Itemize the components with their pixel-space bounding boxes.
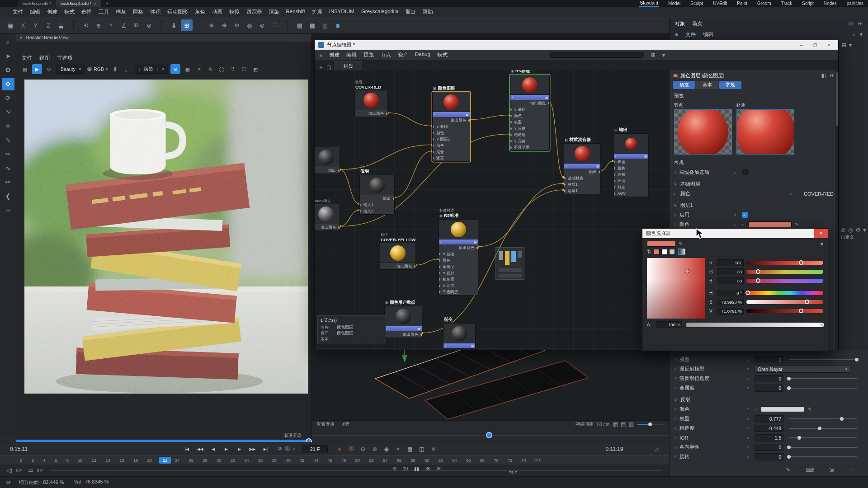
move-icon[interactable]: ✥ <box>2 78 14 90</box>
search-icon[interactable]: ⌕ <box>852 32 855 37</box>
input-port[interactable]: 遮罩1 <box>564 188 600 194</box>
graph-node-material-blender[interactable]: ◧材质混合器▪▦输出基础材质材质1遮罩1 <box>564 143 601 194</box>
output-port[interactable]: 输出 <box>564 169 600 175</box>
dock-icon[interactable]: ⊞ <box>830 73 835 78</box>
mirror-icon[interactable]: ⧉ <box>131 19 142 31</box>
channel-value[interactable]: 181 <box>717 259 744 266</box>
graph-node-color-user-data[interactable]: ◉颜色用户数据▪▦输出颜色 <box>384 306 422 338</box>
goto-start-button[interactable]: |◀ <box>181 445 193 454</box>
redshift-layout-icon[interactable]: ◙ <box>332 19 344 31</box>
node-editor-menu-item[interactable]: 节点 <box>381 52 391 58</box>
magnet-icon[interactable]: ∿ <box>2 162 14 174</box>
frame-number[interactable]: 64 <box>453 458 457 463</box>
output-port[interactable]: 输出颜色 <box>355 110 387 117</box>
snapshot-a-icon[interactable]: ✳ <box>194 64 204 74</box>
dropdown[interactable]: Oren-Nayar▾ <box>755 365 850 373</box>
axis-y-button[interactable]: Y <box>30 19 42 31</box>
input-port[interactable]: ∨ 基础 <box>433 123 470 130</box>
node-editor-menu-item[interactable]: 预览 <box>363 52 374 58</box>
channel-value[interactable]: 78.9928 % <box>717 299 744 305</box>
frame-number[interactable]: 72 <box>508 458 512 463</box>
graph-node-texture-black[interactable]: 输出 <box>315 147 340 174</box>
panel-split-icon[interactable]: ⊟ <box>842 42 846 48</box>
slider-handle[interactable] <box>756 278 760 283</box>
saturation-value-square[interactable] <box>647 258 705 319</box>
input-port[interactable]: 体积 <box>614 171 648 178</box>
frame-number[interactable]: 20 <box>147 458 152 463</box>
input-port[interactable]: 基础材质 <box>564 175 600 181</box>
frame-number[interactable]: 50 <box>355 458 360 463</box>
input-port[interactable]: 颜色 <box>510 113 549 119</box>
mode-tab-sculpt[interactable]: Sculpt <box>689 0 704 7</box>
value-field[interactable]: 0 <box>755 375 783 382</box>
frame-number[interactable]: 60 <box>425 458 429 463</box>
menu-item[interactable]: Redshift <box>286 9 305 15</box>
output-port[interactable]: 输出 <box>360 195 394 202</box>
channel-dropdown[interactable]: RGB▾ <box>87 66 108 72</box>
slider-handle[interactable] <box>799 309 803 313</box>
frame-number[interactable]: 8 <box>66 458 69 463</box>
animate-dot-icon[interactable]: ○ <box>734 170 742 175</box>
frame-number[interactable]: 62 <box>439 458 443 463</box>
close-button[interactable]: ✕ <box>823 41 835 49</box>
slider[interactable] <box>789 418 857 419</box>
frame-number[interactable]: 14 <box>106 458 110 463</box>
frame-number[interactable]: 16 <box>119 458 124 463</box>
slider-knob[interactable] <box>797 436 801 440</box>
expand-icon[interactable]: › <box>755 407 761 412</box>
edit-color-icon[interactable]: ✎ <box>795 222 799 227</box>
frame-number[interactable]: 54 <box>383 458 387 463</box>
slider[interactable] <box>789 388 857 389</box>
node-editor-menu-item[interactable]: 模式 <box>437 52 448 58</box>
slider-handle[interactable] <box>805 300 809 304</box>
channel-slider[interactable] <box>746 309 823 313</box>
frame-number[interactable]: 34 <box>244 458 249 463</box>
draw-icon[interactable]: ✎ <box>786 467 791 473</box>
input-port[interactable]: ∨ 反射 <box>439 270 478 276</box>
slider[interactable] <box>789 437 857 438</box>
mode-tab-model[interactable]: Model <box>667 0 681 7</box>
renderview-tab[interactable]: × Redshift RenderView <box>16 34 311 42</box>
input-port[interactable]: 粗糙度 <box>510 131 549 138</box>
loop-in-icon[interactable]: ⟲ <box>393 466 396 471</box>
input-port[interactable]: 颜色 <box>433 130 470 136</box>
renderview-menu-item[interactable]: 视图 <box>39 55 50 61</box>
snapshot-b-icon[interactable]: ❊ <box>205 64 215 74</box>
play-button[interactable]: ▶ <box>220 445 232 454</box>
playhead-handle[interactable] <box>486 432 492 438</box>
menu-item[interactable]: 模拟 <box>229 9 240 15</box>
target-icon[interactable]: ◎ <box>848 227 853 233</box>
value-field[interactable]: 0 <box>755 444 783 451</box>
input-port[interactable]: 表面 <box>614 159 648 165</box>
frame-number[interactable]: 30 <box>217 458 221 463</box>
input-port[interactable]: 混合 <box>433 149 470 155</box>
output-port[interactable]: 输出颜色 <box>439 244 478 251</box>
animate-dot-icon[interactable]: ○ <box>734 222 742 227</box>
graph-node-rs-standard-red[interactable]: 标准材质◉RS标准▪▦输出颜色∨ 基础颜色权重∨ 反射粗糙度∨ 几何不透明度 <box>510 75 550 151</box>
frame-number[interactable]: 18 <box>133 458 138 463</box>
slider[interactable] <box>789 447 857 448</box>
nav-next-icon[interactable]: › <box>157 66 159 72</box>
document-tab[interactable]: book&cup1.c4d *× <box>56 0 101 7</box>
pixel-view-icon[interactable]: ⠿ <box>228 64 238 74</box>
mini-swatch[interactable] <box>661 249 667 255</box>
fold-icon[interactable]: ❮ <box>2 190 14 202</box>
knife-icon[interactable]: ✂ <box>2 176 14 188</box>
key-rotation-button[interactable]: ⌖ <box>394 445 403 454</box>
input-port[interactable]: ∨ 反射 <box>510 125 549 131</box>
axis-x-button[interactable]: X <box>17 19 29 31</box>
color-swatch[interactable] <box>761 406 804 412</box>
animate-dot-icon[interactable]: ○ <box>746 435 755 440</box>
render-view-icon[interactable]: ✳ <box>206 19 217 31</box>
goto-end-button[interactable]: ▶| <box>259 445 272 454</box>
channel-slider[interactable] <box>746 261 823 265</box>
mode-tab-groom[interactable]: Groom <box>756 0 772 7</box>
timeline-scrubber[interactable] <box>312 428 669 442</box>
input-port[interactable]: AOV <box>614 190 648 197</box>
animate-dot-icon[interactable]: ○ <box>746 407 755 412</box>
keyboard-icon[interactable]: ⌨ <box>806 467 814 473</box>
input-port[interactable]: ∨ 基础 <box>439 251 478 257</box>
coordinate-system-icon[interactable]: ⟲ <box>80 19 92 31</box>
menu-item[interactable]: 窗口 <box>405 9 415 15</box>
renderview-menu-item[interactable]: 文件 <box>22 55 32 61</box>
